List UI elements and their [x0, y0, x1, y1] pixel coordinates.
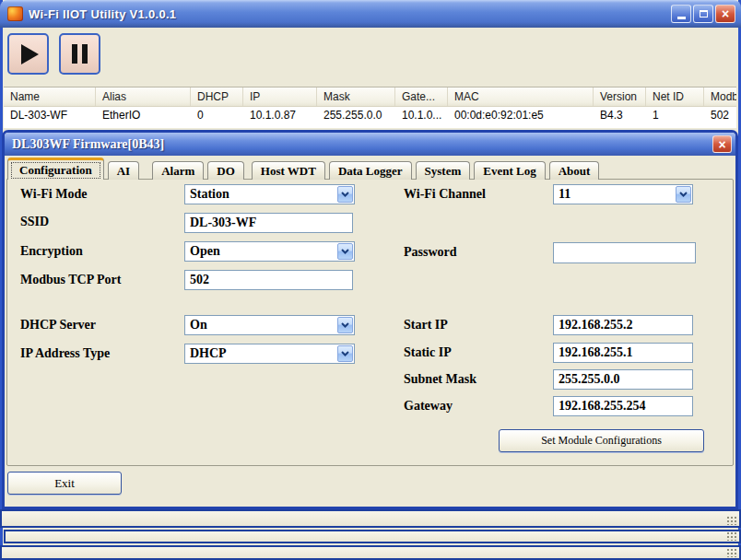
maximize-icon [700, 10, 708, 18]
column-header-mac[interactable]: MAC [448, 88, 594, 106]
dialog-client: Configuration AI Alarm DO Host WDT Data … [5, 156, 735, 509]
start-ip-label: Start IP [404, 318, 448, 332]
screen: { "window": { "title": "Wi-Fi IIOT Utili… [0, 0, 741, 560]
wifi-channel-label: Wi-Fi Channel [404, 187, 486, 202]
encryption-label: Encryption [20, 244, 83, 259]
table-cell: 0 [191, 107, 243, 123]
exit-button[interactable]: Exit [7, 472, 122, 495]
column-header-name[interactable]: Name [4, 88, 96, 106]
column-header-alias[interactable]: Alias [96, 88, 191, 106]
pause-icon [72, 44, 88, 64]
static-ip-label: Static IP [404, 345, 452, 360]
table-cell: 502 [704, 107, 736, 123]
minimize-icon [677, 17, 686, 19]
ssid-label: SSID [20, 215, 49, 229]
window-title: Wi-Fi IIOT Utility V1.0.0.1 [29, 7, 671, 21]
column-header-ip[interactable]: IP [243, 88, 317, 106]
tab-do[interactable]: DO [207, 161, 244, 180]
resize-grip[interactable] [725, 515, 737, 525]
close-icon: × [718, 138, 725, 151]
gateway-input[interactable] [553, 396, 693, 416]
dialog-close-button[interactable]: × [712, 135, 732, 153]
background-window-strip [0, 545, 741, 560]
ssid-input[interactable] [184, 213, 353, 233]
device-table-header: Name Alias DHCP IP Mask Gate... MAC Vers… [4, 88, 736, 107]
chevron-down-icon [337, 186, 353, 203]
table-row[interactable]: DL-303-WF EtherIO 0 10.1.0.87 255.255.0.… [4, 107, 736, 123]
column-header-modbus[interactable]: Modb [704, 88, 736, 106]
chevron-down-icon [337, 243, 353, 260]
start-ip-input[interactable] [553, 315, 693, 335]
dhcp-server-select[interactable]: On [184, 315, 355, 335]
column-header-mask[interactable]: Mask [317, 88, 395, 106]
ip-address-type-label: IP Address Type [20, 346, 110, 361]
maximize-button[interactable] [693, 5, 713, 23]
chevron-down-icon [337, 345, 353, 362]
column-header-dhcp[interactable]: DHCP [191, 88, 243, 106]
window-controls: × [671, 5, 735, 23]
wifi-mode-label: Wi-Fi Mode [20, 187, 87, 202]
firmware-dialog: DL303WF Firmware[0B43] × Configuration A… [2, 130, 738, 509]
tab-ai[interactable]: AI [108, 161, 139, 180]
set-module-configurations-button[interactable]: Set Module Configurations [499, 429, 704, 452]
ip-address-type-select[interactable]: DHCP [184, 344, 355, 364]
modbus-port-input[interactable] [184, 270, 353, 290]
table-cell: 1 [646, 107, 704, 123]
gateway-label: Gateway [404, 399, 453, 414]
tab-about[interactable]: About [549, 161, 600, 180]
tab-event-log[interactable]: Event Log [474, 161, 545, 180]
play-button[interactable] [7, 33, 49, 75]
close-button[interactable]: × [715, 5, 735, 23]
background-window-strip [4, 530, 741, 543]
dhcp-server-label: DHCP Server [20, 318, 96, 332]
table-cell: 255.255.0.0 [317, 107, 395, 123]
dialog-titlebar: DL303WF Firmware[0B43] × [5, 133, 735, 156]
encryption-value: Open [185, 244, 336, 259]
tab-bar: Configuration AI Alarm DO Host WDT Data … [7, 158, 603, 180]
column-header-version[interactable]: Version [594, 88, 646, 106]
resize-grip[interactable] [725, 531, 737, 541]
table-cell: DL-303-WF [4, 107, 96, 123]
table-cell: 00:0d:e0:92:01:e5 [448, 107, 594, 123]
modbus-port-label: Modbus TCP Port [20, 273, 121, 287]
background-window-strip [0, 509, 741, 528]
subnet-mask-label: Subnet Mask [404, 372, 476, 387]
password-label: Password [404, 245, 457, 260]
table-cell: EtherIO [96, 107, 191, 123]
password-input[interactable] [553, 242, 696, 263]
resize-grip[interactable] [725, 547, 737, 557]
chevron-down-icon [676, 186, 691, 203]
subnet-mask-input[interactable] [553, 369, 693, 390]
dhcp-server-value: On [185, 318, 336, 332]
tab-system[interactable]: System [416, 161, 471, 180]
table-cell: 10.1.0.87 [243, 107, 317, 123]
wifi-mode-value: Station [185, 187, 336, 202]
table-cell: 10.1.0... [395, 107, 448, 123]
wifi-mode-select[interactable]: Station [184, 184, 355, 204]
column-header-gateway[interactable]: Gate... [395, 88, 448, 106]
tab-alarm[interactable]: Alarm [152, 161, 204, 180]
chevron-down-icon [337, 317, 353, 333]
main-titlebar: Wi-Fi IIOT Utility V1.0.0.1 × [0, 0, 741, 28]
close-icon: × [722, 7, 729, 20]
device-table: Name Alias DHCP IP Mask Gate... MAC Vers… [4, 87, 736, 128]
wifi-channel-value: 11 [554, 187, 675, 202]
play-icon [21, 44, 39, 64]
tab-configuration[interactable]: Configuration [7, 158, 104, 180]
ip-address-type-value: DHCP [185, 346, 336, 361]
tab-data-logger[interactable]: Data Logger [329, 161, 412, 180]
column-header-netid[interactable]: Net ID [646, 88, 704, 106]
pause-button[interactable] [59, 33, 100, 75]
app-icon [7, 6, 23, 21]
dialog-title: DL303WF Firmware[0B43] [12, 137, 712, 152]
encryption-select[interactable]: Open [184, 241, 355, 262]
table-cell: B4.3 [594, 107, 646, 123]
tab-host-wdt[interactable]: Host WDT [252, 161, 325, 180]
static-ip-input[interactable] [553, 343, 693, 363]
wifi-channel-select[interactable]: 11 [553, 184, 693, 204]
minimize-button[interactable] [671, 5, 691, 23]
